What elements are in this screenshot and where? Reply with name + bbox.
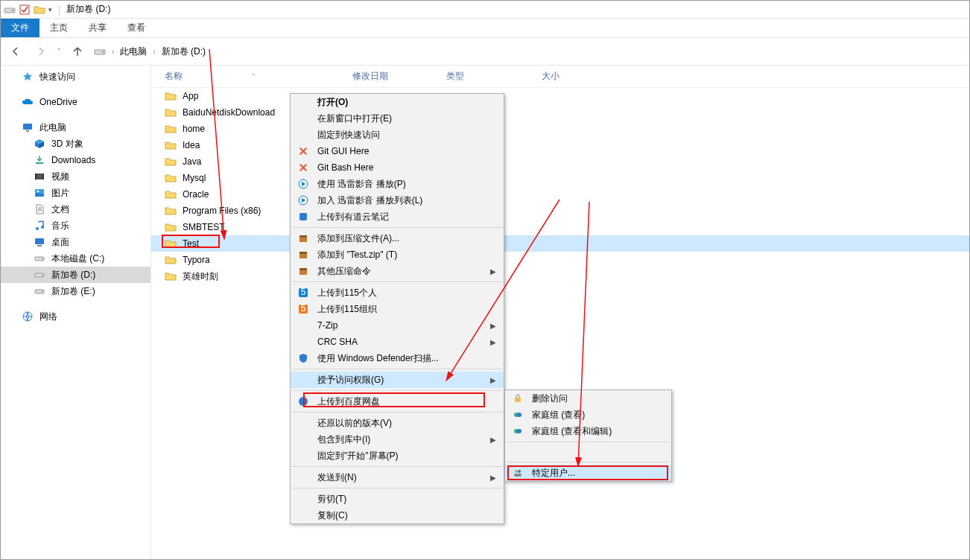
- svg-point-47: [515, 470, 518, 473]
- forward-button[interactable]: [32, 42, 50, 60]
- file-row[interactable]: Idea: [151, 137, 969, 153]
- sidebar-item-local-c[interactable]: 本地磁盘 (C:): [1, 250, 150, 267]
- menu-pin-start[interactable]: 固定到"开始"屏幕(P): [291, 448, 504, 464]
- svg-rect-1: [12, 10, 13, 11]
- sidebar-item-quick-access[interactable]: 快速访问: [1, 69, 150, 85]
- menu-xunlei-play[interactable]: 使用 迅雷影音 播放(P): [291, 176, 504, 192]
- menu-upload-115g[interactable]: 5上传到115组织: [291, 301, 504, 317]
- sidebar-item-label: 图片: [51, 187, 69, 200]
- menu-xunlei-list[interactable]: 加入 迅雷影音 播放列表(L): [291, 192, 504, 209]
- sidebar-item-this-pc[interactable]: 此电脑: [1, 119, 150, 136]
- sidebar-item-music[interactable]: 音乐: [1, 217, 150, 234]
- submenu-remove-access[interactable]: 删除访问: [505, 390, 671, 407]
- file-row[interactable]: Java: [151, 153, 969, 170]
- submenu-specific-user[interactable]: 特定用户...: [505, 465, 671, 481]
- sidebar-item-onedrive[interactable]: OneDrive: [1, 94, 150, 110]
- menu-open[interactable]: 打开(O): [291, 94, 504, 110]
- sidebar-item-downloads[interactable]: Downloads: [1, 152, 150, 168]
- file-row[interactable]: Mysql: [151, 170, 969, 186]
- menu-baidu-pan[interactable]: 上传到百度网盘: [291, 393, 504, 410]
- menu-defender[interactable]: 使用 Windows Defender扫描...: [291, 350, 504, 366]
- checkbox-icon[interactable]: [19, 4, 31, 16]
- menu-other-compress[interactable]: 其他压缩命令▶: [291, 263, 504, 279]
- menu-open-new-window[interactable]: 在新窗口中打开(E): [291, 110, 504, 127]
- file-name: BaiduNetdiskDownload: [183, 107, 275, 118]
- file-name: Program Files (x86): [183, 206, 261, 216]
- file-row[interactable]: home: [151, 121, 969, 137]
- sidebar-item-videos[interactable]: 视频: [1, 168, 150, 185]
- file-row[interactable]: App: [151, 88, 969, 104]
- users-icon: [511, 466, 524, 480]
- submenu-homegroup-view[interactable]: 家庭组 (查看): [505, 407, 671, 423]
- menu-add-archive[interactable]: 添加到压缩文件(A)...: [291, 230, 504, 246]
- tab-view[interactable]: 查看: [117, 19, 156, 37]
- svg-point-41: [299, 397, 308, 406]
- menu-label: 其他压缩命令: [317, 265, 371, 278]
- back-button[interactable]: [7, 42, 25, 60]
- history-dropdown-icon[interactable]: ˅: [57, 48, 61, 55]
- menu-pin-quick[interactable]: 固定到快速访问: [291, 127, 504, 143]
- file-row[interactable]: Typora: [151, 252, 969, 268]
- sidebar-item-label: 文档: [51, 203, 69, 216]
- file-row[interactable]: SMBTEST: [151, 219, 969, 235]
- menu-crc-sha[interactable]: CRC SHA▶: [291, 334, 504, 350]
- menu-grant-access[interactable]: 授予访问权限(G)▶: [291, 372, 504, 388]
- download-icon: [34, 154, 45, 166]
- column-name[interactable]: 名称 ˄: [151, 70, 352, 83]
- file-name: Mysql: [183, 173, 206, 183]
- file-row[interactable]: 英雄时刻: [151, 268, 969, 284]
- file-row[interactable]: Oracle: [151, 186, 969, 203]
- folder-icon: [165, 106, 177, 118]
- menu-label: 还原以前的版本(V): [317, 417, 392, 430]
- menu-label: 上传到115个人: [317, 287, 377, 299]
- menu-include-lib[interactable]: 包含到库中(I)▶: [291, 431, 504, 448]
- svg-rect-22: [42, 291, 43, 292]
- menu-youdao[interactable]: 上传到有道云笔记: [291, 209, 504, 225]
- git-icon: [297, 161, 310, 174]
- tab-share[interactable]: 共享: [78, 19, 117, 37]
- menu-separator: [292, 227, 502, 228]
- qat-dropdown-icon[interactable]: ▾: [48, 6, 52, 13]
- sidebar-item-network[interactable]: 网络: [1, 308, 150, 325]
- tab-file[interactable]: 文件: [1, 19, 39, 37]
- menu-copy[interactable]: 复制(C): [291, 507, 504, 524]
- menu-upload-115p[interactable]: 5上传到115个人: [291, 284, 504, 301]
- menu-7zip[interactable]: 7-Zip▶: [291, 317, 504, 334]
- menu-label: 家庭组 (查看): [532, 409, 585, 421]
- menu-add-test-zip[interactable]: 添加到 "Test.zip" (T): [291, 246, 504, 263]
- document-icon: [34, 203, 45, 215]
- sidebar-item-vol-d[interactable]: 新加卷 (D:): [1, 267, 150, 283]
- breadcrumb[interactable]: › 此电脑 › 新加卷 (D:): [94, 45, 206, 58]
- menu-git-bash[interactable]: Git Bash Here: [291, 159, 504, 176]
- baidu-icon: [297, 395, 310, 408]
- chevron-right-icon: ›: [112, 48, 114, 56]
- tab-home[interactable]: 主页: [39, 19, 78, 37]
- sidebar-item-pictures[interactable]: 图片: [1, 185, 150, 201]
- menu-restore-prev[interactable]: 还原以前的版本(V): [291, 415, 504, 431]
- file-name: home: [183, 124, 205, 134]
- titlebar: ▾ | 新加卷 (D:): [1, 1, 969, 19]
- submenu-homegroup-edit[interactable]: 家庭组 (查看和编辑): [505, 423, 671, 439]
- menu-label: 固定到快速访问: [317, 129, 380, 141]
- menu-send-to[interactable]: 发送到(N)▶: [291, 469, 504, 486]
- chevron-right-icon: ›: [153, 48, 155, 56]
- menu-label: 固定到"开始"屏幕(P): [317, 450, 399, 462]
- file-row[interactable]: Program Files (x86): [151, 203, 969, 219]
- column-size[interactable]: 大小: [542, 70, 616, 83]
- column-type[interactable]: 类型: [446, 70, 542, 83]
- menu-git-gui[interactable]: Git GUI Here: [291, 143, 504, 159]
- sidebar-item-desktop[interactable]: 桌面: [1, 234, 150, 250]
- column-date[interactable]: 修改日期: [352, 70, 446, 83]
- breadcrumb-root[interactable]: 此电脑: [120, 45, 147, 58]
- file-row-selected[interactable]: Test: [151, 235, 969, 252]
- sidebar-item-documents[interactable]: 文档: [1, 201, 150, 217]
- up-button[interactable]: [69, 42, 86, 60]
- folder-icon: [165, 254, 177, 266]
- menu-label: 家庭组 (查看和编辑): [532, 425, 612, 438]
- breadcrumb-current[interactable]: 新加卷 (D:): [162, 45, 206, 58]
- svg-rect-16: [37, 245, 42, 246]
- file-row[interactable]: BaiduNetdiskDownload: [151, 104, 969, 121]
- menu-cut[interactable]: 剪切(T): [291, 491, 504, 507]
- sidebar-item-vol-e[interactable]: 新加卷 (E:): [1, 283, 150, 299]
- sidebar-item-3d-objects[interactable]: 3D 对象: [1, 136, 150, 152]
